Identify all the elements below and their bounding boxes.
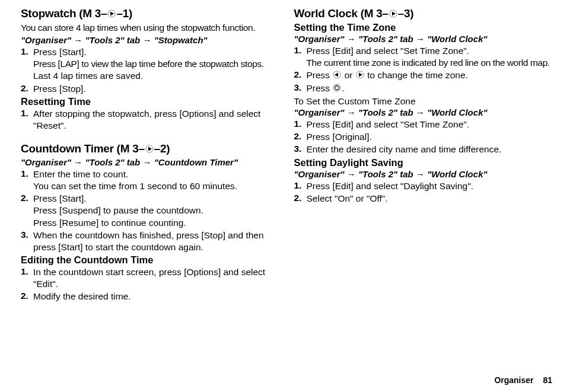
svg-point-11 [335,86,339,90]
step-text: Press [Original]. [307,132,372,142]
list-item: 1. Press [Edit] and select "Daylight Sav… [294,180,553,192]
svg-marker-9 [359,73,362,77]
step-text: Press or to change the time zone. [307,70,468,80]
list-item: 3. Enter the desired city name and time … [294,144,553,155]
arrow-icon: → [416,107,425,117]
arrow-icon: → [74,157,82,167]
resetting-time-heading: Resetting Time [21,96,279,107]
arrow-icon: → [416,34,425,44]
step-note: The current time zone is indicated by re… [307,58,550,68]
step-note: Press [Resume] to continue counting. [33,218,186,228]
triangle-right-icon [107,8,116,21]
list-item: 2. Modify the desired time. [21,291,279,302]
stopwatch-intro: You can store 4 lap times when using the… [21,22,279,34]
step-text: Press [Stop]. [33,84,86,94]
timezone-steps: 1. Press [Edit] and select "Set Time Zon… [294,45,553,95]
worldclock-nav-path-dst: "Organiser" → "Tools 2" tab → "World Clo… [294,169,553,179]
stopwatch-heading: Stopwatch (M 3––1) [21,7,279,21]
step-text: After stopping the stopwatch, press [Opt… [33,109,260,130]
step-text: Press [Edit] and select "Set Time Zone". [307,119,470,129]
countdown-nav-path: "Organiser" → "Tools 2" tab → "Countdown… [21,157,279,167]
list-item: 1. Press [Edit] and select "Set Time Zon… [294,119,553,130]
countdown-steps: 1. Enter the time to count. You can set … [21,168,279,253]
custom-tz-heading: To Set the Custom Time Zone [294,96,553,107]
triangle-right-icon [389,8,397,21]
arrow-icon: → [347,169,356,179]
step-text: In the countdown start screen, press [Op… [33,267,265,289]
list-item: 1. Enter the time to count. You can set … [21,168,279,192]
circle-icon [333,83,341,95]
arrow-icon: → [347,107,356,117]
list-item: 2. Press or to change the time zone. [294,69,553,82]
worldclock-nav-path: "Organiser" → "Tools 2" tab → "World Clo… [294,34,553,44]
step-text: Enter the time to count. [33,169,128,179]
step-text: Enter the desired city name and time dif… [307,144,502,154]
page-number: 81 [543,375,552,385]
list-item: 2. Press [Original]. [294,131,553,143]
right-column: World Clock (M 3––3) Setting the Time Zo… [294,7,553,303]
list-item: 2. Select "On" or "Off". [294,193,553,205]
reset-steps: 1. After stopping the stopwatch, press [… [21,108,279,132]
dst-heading: Setting Daylight Saving [294,157,553,168]
list-item: 1. Press [Edit] and select "Set Time Zon… [294,45,553,69]
editing-countdown-heading: Editing the Countdown Time [21,254,279,266]
arrow-icon: → [142,157,151,167]
step-text: Press [Edit] and select "Daylight Saving… [307,181,474,191]
triangle-right-icon [356,70,364,82]
list-item: 3. Press . [294,82,553,95]
edit-countdown-steps: 1. In the countdown start screen, press … [21,266,279,302]
triangle-left-icon [333,70,341,82]
list-item: 1. After stopping the stopwatch, press [… [21,108,279,132]
step-note: Last 4 lap times are saved. [33,71,143,81]
step-note: You can set the time from 1 second to 60… [33,181,237,191]
arrow-icon: → [347,34,356,44]
step-text: Press [Edit] and select "Set Time Zone". [307,46,470,56]
step-text: When the countdown has finished, press [… [33,230,264,252]
arrow-icon: → [74,35,82,45]
footer-section: Organiser [494,375,533,385]
worldclock-nav-path-custom: "Organiser" → "Tools 2" tab → "World Clo… [294,107,553,117]
stopwatch-steps: 1. Press [Start]. Press [LAP] to view th… [21,46,279,95]
stopwatch-nav-path: "Organiser" → "Tools 2" tab → "Stopwatch… [21,35,279,45]
list-item: 1. In the countdown start screen, press … [21,266,279,290]
step-note: Press [LAP] to view the lap time before … [33,59,264,69]
worldclock-heading: World Clock (M 3––3) [294,7,553,21]
svg-marker-5 [392,11,396,15]
step-text: Press . [307,83,345,93]
dst-steps: 1. Press [Edit] and select "Daylight Sav… [294,180,553,205]
list-item: 2. Press [Stop]. [21,83,279,95]
list-item: 2. Press [Start]. Press [Suspend] to pau… [21,193,279,228]
triangle-right-icon [145,143,154,156]
arrow-icon: → [142,35,151,45]
step-text: Press [Start]. [33,193,87,203]
svg-marker-3 [148,146,152,151]
custom-tz-steps: 1. Press [Edit] and select "Set Time Zon… [294,119,553,155]
svg-point-10 [333,84,340,91]
list-item: 3. When the countdown has finished, pres… [21,230,279,253]
left-column: Stopwatch (M 3––1) You can store 4 lap t… [21,7,279,303]
timezone-heading: Setting the Time Zone [294,22,553,33]
arrow-icon: → [416,169,425,179]
step-text: Modify the desired time. [33,291,131,301]
step-text: Select "On" or "Off". [307,193,388,203]
step-text: Press [Start]. [33,47,87,57]
svg-marker-1 [110,11,114,15]
svg-marker-7 [335,73,338,77]
countdown-heading: Countdown Timer (M 3––2) [21,142,279,156]
page-footer: Organiser 81 [494,375,552,385]
list-item: 1. Press [Start]. Press [LAP] to view th… [21,46,279,82]
step-note: Press [Suspend] to pause the countdown. [33,205,203,215]
